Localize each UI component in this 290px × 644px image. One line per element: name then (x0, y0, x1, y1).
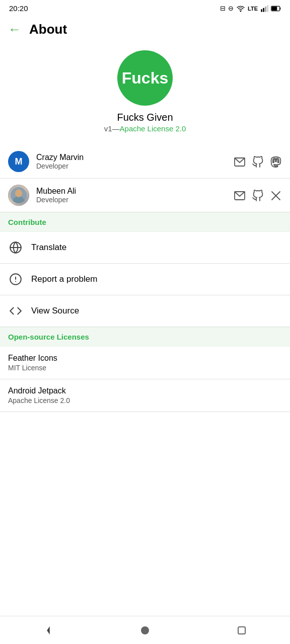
report-label: Report a problem (31, 274, 97, 284)
svg-marker-21 (47, 626, 50, 634)
screen-icon: ⊟ (220, 5, 226, 12)
globe-icon (8, 240, 23, 255)
app-icon: Fucks (117, 50, 173, 106)
svg-rect-23 (238, 627, 245, 634)
battery-icon (271, 5, 281, 13)
back-button[interactable]: ← (8, 22, 21, 37)
status-time: 20:20 (9, 4, 28, 13)
page-title: About (29, 22, 67, 37)
wifi-icon (236, 4, 245, 13)
view-source-label: View Source (31, 306, 79, 316)
dev-row-marvin: M Crazy Marvin Developer (0, 145, 290, 179)
dev-icons-marvin (234, 155, 282, 168)
view-source-row[interactable]: View Source (0, 295, 290, 327)
translate-row[interactable]: Translate (0, 232, 290, 264)
licenses-section-header: Open-source Licenses (0, 327, 290, 347)
license-type-jetpack: Apache License 2.0 (8, 396, 282, 405)
nav-back-button[interactable] (33, 619, 63, 641)
lte-icon: LTE (248, 6, 258, 12)
email-icon-marvin[interactable] (234, 155, 246, 168)
license-type-feather: MIT License (8, 364, 282, 372)
svg-point-22 (141, 626, 149, 634)
dev-avatar-mubeen (8, 185, 29, 206)
github-icon-marvin[interactable] (252, 155, 264, 168)
dnd-icon: ⊖ (228, 5, 234, 12)
github-icon-mubeen[interactable] (252, 189, 264, 202)
svg-rect-6 (280, 8, 281, 10)
license-name-feather: Feather Icons (8, 354, 282, 363)
license-link[interactable]: Apache License 2.0 (120, 124, 186, 133)
svg-rect-3 (265, 7, 266, 12)
email-icon-mubeen[interactable] (234, 189, 246, 202)
dev-name-marvin: Crazy Marvin (36, 153, 234, 162)
license-item-jetpack: Android Jetpack Apache License 2.0 (0, 379, 290, 412)
status-bar: 20:20 ⊟ ⊖ LTE (0, 0, 290, 17)
dev-role-marvin: Developer (36, 162, 234, 170)
twitter-icon-mubeen[interactable] (270, 189, 282, 202)
dev-avatar-marvin: M (8, 151, 29, 172)
dev-info-mubeen: Mubeen Ali Developer (36, 187, 234, 204)
nav-recents-button[interactable] (227, 619, 257, 641)
code-icon (8, 303, 23, 318)
license-name-jetpack: Android Jetpack (8, 386, 282, 395)
svg-rect-4 (267, 5, 268, 12)
contribute-section-header: Contribute (0, 212, 290, 232)
top-bar: ← About (0, 17, 290, 45)
dev-info-marvin: Crazy Marvin Developer (36, 153, 234, 170)
status-icons: ⊟ ⊖ LTE (220, 4, 281, 13)
dev-row-mubeen: Mubeen Ali Developer (0, 179, 290, 212)
license-item-feather: Feather Icons MIT License (0, 347, 290, 379)
svg-rect-7 (272, 7, 277, 11)
dev-name-mubeen: Mubeen Ali (36, 187, 234, 196)
dev-role-mubeen: Developer (36, 196, 234, 204)
svg-rect-1 (261, 9, 262, 12)
svg-rect-2 (263, 8, 264, 12)
nav-home-button[interactable] (130, 619, 160, 641)
mastodon-icon-marvin[interactable] (270, 155, 282, 168)
report-row[interactable]: Report a problem (0, 264, 290, 295)
translate-label: Translate (31, 243, 66, 253)
nav-bar (0, 616, 290, 644)
app-version: v1—Apache License 2.0 (104, 124, 186, 133)
signal-icon (260, 4, 268, 13)
app-name: Fucks Given (117, 112, 173, 123)
dev-icons-mubeen (234, 189, 282, 202)
mubeen-avatar-bg (8, 185, 29, 206)
svg-point-0 (240, 11, 241, 11)
app-section: Fucks Fucks Given v1—Apache License 2.0 (0, 45, 290, 145)
svg-point-12 (15, 190, 22, 197)
alert-circle-icon (8, 272, 23, 287)
